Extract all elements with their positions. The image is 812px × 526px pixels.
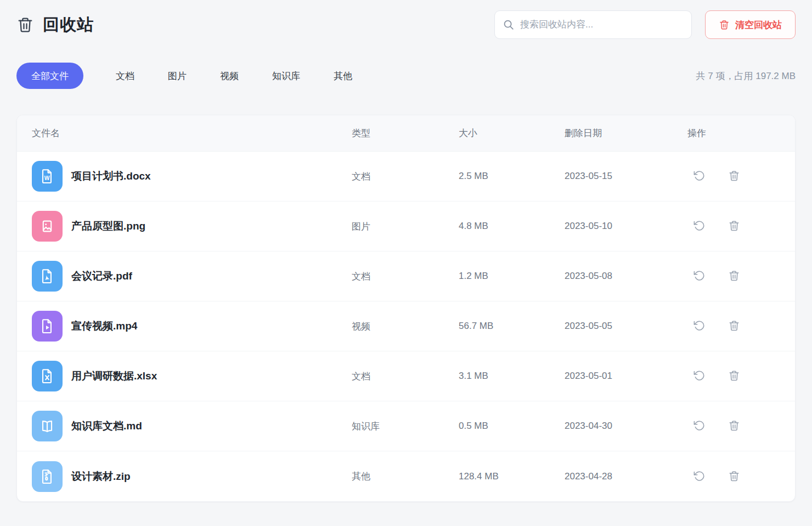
file-name: 设计素材.zip [71,469,131,484]
video-file-icon [32,311,63,342]
delete-forever-button[interactable] [728,470,741,483]
file-type: 其他 [352,470,459,483]
zip-file-icon [32,461,63,492]
restore-icon [693,419,705,433]
file-name: 产品原型图.png [71,219,145,233]
delete-date: 2023-05-08 [565,271,671,282]
table-row: 会议记录.pdf 文档 1.2 MB 2023-05-08 [17,251,795,301]
delete-forever-button[interactable] [728,370,741,383]
file-name-cell: 宣传视频.mp4 [32,311,352,342]
tab-knowledge-base[interactable]: 知识库 [271,70,301,82]
restore-button[interactable] [693,419,706,433]
file-size: 4.8 MB [459,221,565,232]
row-actions [671,270,795,283]
restore-button[interactable] [693,220,706,233]
file-size: 56.7 MB [459,321,565,332]
empty-button-label: 清空回收站 [735,19,782,31]
trash-icon [728,270,740,283]
file-type: 视频 [352,320,459,333]
file-type: 文档 [352,270,459,283]
delete-forever-button[interactable] [728,320,741,333]
delete-forever-button[interactable] [728,170,741,183]
delete-date: 2023-05-01 [565,371,671,382]
restore-button[interactable] [693,270,706,283]
delete-date: 2023-04-28 [565,471,671,482]
page-title: 回收站 [43,14,94,36]
tab-all-files[interactable]: 全部文件 [16,63,83,89]
file-size: 128.4 MB [459,471,565,482]
tab-videos[interactable]: 视频 [219,70,240,82]
tab-documents[interactable]: 文档 [115,70,136,82]
file-name-cell: W 项目计划书.docx [32,161,352,192]
delete-forever-button[interactable] [728,419,741,433]
file-name: 会议记录.pdf [71,269,132,283]
file-name: 用户调研数据.xlsx [71,369,157,383]
file-name-cell: 知识库文档.md [32,411,352,441]
file-size: 2.5 MB [459,171,565,182]
row-actions [671,370,795,383]
trash-icon [728,419,740,433]
table-row: 用户调研数据.xlsx 文档 3.1 MB 2023-05-01 [17,351,795,401]
file-type: 图片 [352,220,459,233]
trash-title-icon [16,16,34,33]
restore-button[interactable] [693,320,706,333]
table-body: W 项目计划书.docx 文档 2.5 MB 2023-05-15 产品原型图.… [17,152,795,501]
restore-button[interactable] [693,370,706,383]
file-type: 文档 [352,370,459,383]
book-file-icon [32,411,63,441]
title-group: 回收站 [16,14,94,36]
restore-button[interactable] [693,170,706,183]
trash-icon [728,220,740,233]
delete-date: 2023-05-10 [565,221,671,232]
restore-icon [693,220,705,233]
file-name: 宣传视频.mp4 [71,319,137,333]
file-size: 0.5 MB [459,421,565,432]
file-size: 1.2 MB [459,271,565,282]
delete-date: 2023-05-15 [565,171,671,182]
file-type: 文档 [352,170,459,183]
header-type: 类型 [352,127,459,139]
table-row: 设计素材.zip 其他 128.4 MB 2023-04-28 [17,451,795,501]
file-name-cell: 会议记录.pdf [32,261,352,292]
top-bar: 回收站 清空回收站 [16,10,796,40]
empty-recycle-bin-button[interactable]: 清空回收站 [705,10,796,39]
search-input[interactable] [494,10,692,39]
header-delete-date: 删除日期 [565,127,671,139]
file-name-cell: 产品原型图.png [32,211,352,242]
filter-tabs: 全部文件 文档 图片 视频 知识库 其他 [16,63,353,89]
row-actions [671,320,795,333]
table-row: 产品原型图.png 图片 4.8 MB 2023-05-10 [17,202,795,251]
restore-icon [693,320,705,333]
trash-icon [728,170,740,183]
tab-others[interactable]: 其他 [332,70,353,82]
restore-icon [693,470,705,483]
file-type: 知识库 [352,420,459,433]
trash-icon [728,320,740,333]
recycle-bin-page: 回收站 清空回收站 全部文件 文档 图片 视频 知识库 其他 [0,0,812,502]
header-size: 大小 [459,127,565,139]
excel-file-icon [32,361,63,391]
restore-icon [693,170,705,183]
trash-icon [719,19,730,30]
image-file-icon [32,211,63,242]
restore-button[interactable] [693,470,706,483]
file-name: 项目计划书.docx [71,169,151,183]
file-name-cell: 设计素材.zip [32,461,352,492]
row-actions [671,419,795,433]
delete-date: 2023-04-30 [565,421,671,432]
search-icon [503,19,515,31]
file-name-cell: 用户调研数据.xlsx [32,361,352,391]
table-row: W 项目计划书.docx 文档 2.5 MB 2023-05-15 [17,152,795,202]
delete-forever-button[interactable] [728,270,741,283]
delete-forever-button[interactable] [728,220,741,233]
file-size: 3.1 MB [459,371,565,382]
header-actions: 操作 [671,127,795,139]
table-row: 宣传视频.mp4 视频 56.7 MB 2023-05-05 [17,301,795,351]
items-summary: 共 7 项，占用 197.2 MB [696,70,796,82]
table-row: 知识库文档.md 知识库 0.5 MB 2023-04-30 [17,401,795,451]
svg-text:W: W [44,175,50,181]
restore-icon [693,270,705,283]
row-actions [671,220,795,233]
tab-images[interactable]: 图片 [167,70,188,82]
row-actions [671,170,795,183]
